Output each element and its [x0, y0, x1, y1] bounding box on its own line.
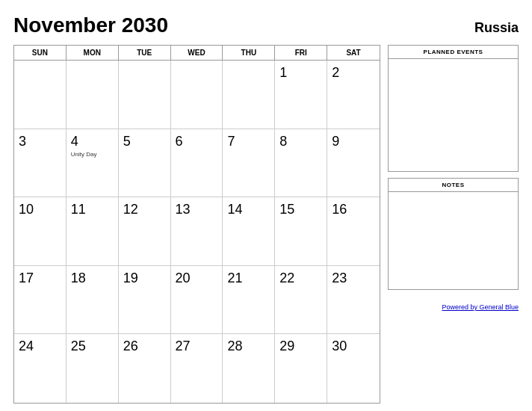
- calendar-cell: [223, 61, 275, 129]
- day-number: 30: [332, 339, 347, 355]
- page: November 2030 Russia SUNMONTUEWEDTHUFRIS…: [0, 0, 532, 411]
- day-number: 13: [176, 202, 191, 218]
- notes-title: NOTES: [389, 179, 518, 192]
- day-number: 18: [71, 271, 86, 287]
- calendar-cell: [66, 61, 119, 129]
- day-header: THU: [223, 46, 275, 60]
- calendar-cell: 26: [119, 334, 171, 403]
- main-content: SUNMONTUEWEDTHUFRISAT 1234Unity Day56789…: [13, 45, 519, 404]
- day-number: 2: [332, 65, 339, 81]
- footer: Powered by General Blue: [388, 299, 519, 312]
- calendar-cell: [171, 61, 223, 129]
- day-number: 22: [279, 271, 294, 287]
- day-number: 27: [176, 339, 191, 355]
- month-title: November 2030: [13, 13, 168, 37]
- day-number: 1: [279, 65, 287, 81]
- day-headers: SUNMONTUEWEDTHUFRISAT: [14, 46, 380, 61]
- day-number: 14: [227, 202, 242, 218]
- notes-box: NOTES: [388, 178, 519, 290]
- day-number: 21: [227, 271, 242, 287]
- calendar-cell: 23: [327, 266, 380, 335]
- day-number: 23: [332, 271, 347, 287]
- day-number: 5: [123, 134, 131, 150]
- calendar-cell: 24: [14, 334, 66, 403]
- calendar-cell: 13: [171, 197, 223, 266]
- day-number: 10: [19, 202, 34, 218]
- day-number: 11: [71, 202, 86, 218]
- calendar-cell: 19: [119, 266, 171, 335]
- calendar-cell: 11: [66, 197, 119, 266]
- calendar-cell: 2: [327, 61, 380, 129]
- calendar-cell: 28: [223, 334, 275, 403]
- day-number: 17: [19, 271, 34, 287]
- planned-events-title: PLANNED EVENTS: [389, 46, 518, 59]
- day-number: 9: [332, 134, 339, 150]
- planned-events-content: [389, 59, 518, 171]
- day-number: 28: [227, 339, 242, 355]
- calendar-cell: 14: [223, 197, 275, 266]
- footer-link[interactable]: Powered by General Blue: [442, 303, 519, 311]
- calendar-cell: 22: [275, 266, 327, 335]
- calendar-cell: 5: [119, 129, 171, 198]
- notes-content: [389, 192, 518, 289]
- calendar-cell: 10: [14, 197, 66, 266]
- sidebar: PLANNED EVENTS NOTES Powered by General …: [388, 45, 519, 404]
- day-number: 7: [227, 134, 235, 150]
- day-header: MON: [66, 46, 119, 60]
- calendar-cell: [14, 61, 66, 129]
- day-number: 15: [279, 202, 294, 218]
- day-number: 3: [19, 134, 26, 150]
- calendar-cell: 21: [223, 266, 275, 335]
- calendar-cell: 27: [171, 334, 223, 403]
- calendar-cell: 20: [171, 266, 223, 335]
- day-number: 8: [279, 134, 287, 150]
- day-number: 24: [19, 339, 34, 355]
- calendar-section: SUNMONTUEWEDTHUFRISAT 1234Unity Day56789…: [13, 45, 380, 404]
- planned-events-box: PLANNED EVENTS: [388, 45, 519, 172]
- calendar-cell: 18: [66, 266, 119, 335]
- calendar-cell: 4Unity Day: [66, 129, 119, 198]
- header: November 2030 Russia: [13, 13, 519, 37]
- day-number: 26: [123, 339, 138, 355]
- calendar-cell: 17: [14, 266, 66, 335]
- calendar-cell: 9: [327, 129, 380, 198]
- calendar-cell: 6: [171, 129, 223, 198]
- day-header: SAT: [327, 46, 380, 60]
- day-number: 16: [332, 202, 347, 218]
- day-number: 25: [71, 339, 86, 355]
- day-header: TUE: [119, 46, 171, 60]
- calendar-cell: 16: [327, 197, 380, 266]
- event-label: Unity Day: [71, 151, 97, 158]
- day-number: 6: [176, 134, 183, 150]
- day-header: FRI: [275, 46, 327, 60]
- calendar-cell: 29: [275, 334, 327, 403]
- calendar-cell: [119, 61, 171, 129]
- calendar-cell: 12: [119, 197, 171, 266]
- day-number: 12: [123, 202, 138, 218]
- calendar-cell: 8: [275, 129, 327, 198]
- calendar-cell: 7: [223, 129, 275, 198]
- day-header: SUN: [14, 46, 66, 60]
- calendar-cell: 3: [14, 129, 66, 198]
- calendar-cell: 25: [66, 334, 119, 403]
- calendar-cell: 1: [275, 61, 327, 129]
- day-number: 19: [123, 271, 138, 287]
- calendar-grid: 1234Unity Day567891011121314151617181920…: [14, 61, 380, 403]
- calendar-cell: 15: [275, 197, 327, 266]
- country-title: Russia: [474, 20, 519, 36]
- day-header: WED: [171, 46, 223, 60]
- day-number: 4: [71, 134, 78, 150]
- day-number: 29: [279, 339, 294, 355]
- day-number: 20: [176, 271, 191, 287]
- calendar-cell: 30: [327, 334, 380, 403]
